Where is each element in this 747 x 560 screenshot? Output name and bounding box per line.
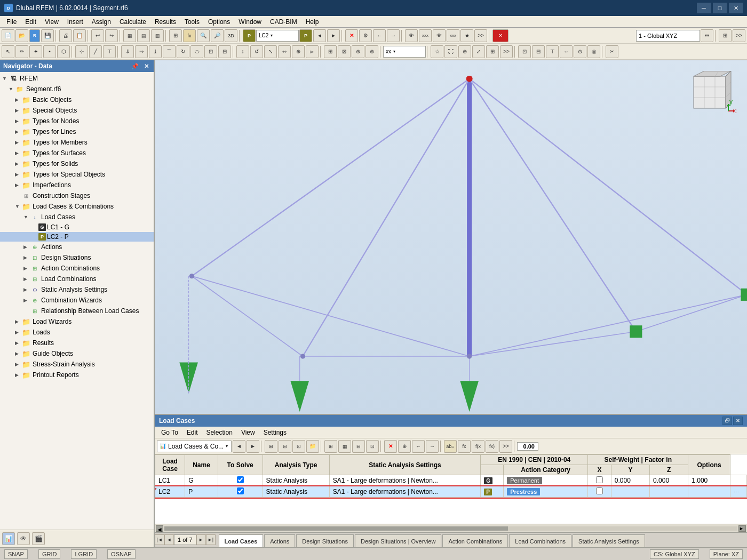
panel-tb-left2[interactable]: ← bbox=[412, 440, 425, 453]
panel-tb-fx[interactable]: ab= bbox=[444, 440, 457, 453]
tb-zoom[interactable]: 🔍 bbox=[197, 29, 210, 42]
panel-tb1[interactable]: ⊞ bbox=[265, 440, 277, 453]
menu-edit[interactable]: Edit bbox=[21, 17, 41, 27]
lc1-sw-checkbox[interactable] bbox=[596, 476, 603, 483]
tree-item-static-analysis[interactable]: ▶ ⚙ Static Analysis Settings bbox=[0, 284, 154, 295]
menu-options[interactable]: Options bbox=[204, 17, 234, 27]
tab-static-settings[interactable]: Static Analysis Settings bbox=[573, 534, 645, 547]
tab-design-sit-overview[interactable]: Design Situations | Overview bbox=[355, 534, 441, 547]
toolbar-coord-dropdown[interactable]: 1 - Global XYZ bbox=[636, 30, 700, 42]
tb-table2[interactable]: ▤ bbox=[137, 29, 150, 42]
tree-item-basic-objects[interactable]: ▶ 📁 Basic Objects bbox=[0, 94, 154, 105]
tb-tables[interactable]: ▦ bbox=[123, 29, 136, 42]
tb2-load2[interactable]: ⇒ bbox=[135, 45, 148, 58]
tb2-snap11[interactable]: ◎ bbox=[587, 45, 600, 58]
tb2-snap8[interactable]: ⤢ bbox=[472, 45, 485, 58]
tb2-snap4[interactable]: ⊠ bbox=[338, 45, 351, 58]
tb-zoom2[interactable]: 🔎 bbox=[211, 29, 224, 42]
menu-results[interactable]: Results bbox=[150, 17, 180, 27]
tree-item-load-combinations-root[interactable]: ▼ 📁 Load Cases & Combinations bbox=[0, 201, 154, 212]
tb-new[interactable]: 📄 bbox=[2, 29, 14, 42]
tree-item-rfem[interactable]: ▼ 🏗 RFEM bbox=[0, 73, 154, 84]
tb2-dimen[interactable]: ↔ bbox=[560, 45, 573, 58]
tree-item-results[interactable]: ▶ 📁 Results bbox=[0, 338, 154, 348]
tb-eye2[interactable]: 👁 bbox=[433, 29, 446, 42]
status-lgrid[interactable]: LGRID bbox=[71, 549, 97, 559]
lc2-cell-sw[interactable] bbox=[588, 486, 611, 498]
panel-tb6[interactable]: ▦ bbox=[338, 440, 351, 453]
tree-item-lc1[interactable]: ▶ G LC1 - G bbox=[0, 222, 154, 232]
tb2-snap5[interactable]: ⊛ bbox=[352, 45, 364, 58]
tree-item-load-cases[interactable]: ▼ ↓ Load Cases bbox=[0, 212, 154, 222]
tree-item-types-nodes[interactable]: ▶ 📁 Types for Nodes bbox=[0, 116, 154, 126]
tab-load-cases[interactable]: Load Cases bbox=[219, 534, 264, 547]
panel-nav-right[interactable]: ► bbox=[247, 440, 259, 453]
panel-tb-x[interactable]: ✕ bbox=[384, 440, 397, 453]
tree-item-printout[interactable]: ▶ 📁 Printout Reports bbox=[0, 370, 154, 380]
panel-tb3[interactable]: ⊡ bbox=[292, 440, 305, 453]
tree-item-load-comb[interactable]: ▶ ⊟ Load Combinations bbox=[0, 274, 154, 284]
tb-tools2[interactable]: ⚙ bbox=[359, 29, 372, 42]
tree-item-construction[interactable]: ▶ ⊞ Construction Stages bbox=[0, 190, 154, 201]
tab-action-combinations[interactable]: Action Combinations bbox=[442, 534, 508, 547]
tb-more2[interactable]: >> bbox=[733, 29, 745, 42]
close-button[interactable]: ✕ bbox=[729, 3, 743, 13]
tb-lc-dropdown[interactable]: LC2 ▾ bbox=[256, 30, 299, 42]
tb-star[interactable]: ★ bbox=[460, 29, 473, 42]
panel-menu-view[interactable]: View bbox=[237, 428, 259, 437]
tb2-copy[interactable]: ⊕ bbox=[292, 45, 305, 58]
tb2-more[interactable]: ▻ bbox=[306, 45, 319, 58]
tb-grid[interactable]: ⊞ bbox=[169, 29, 182, 42]
tree-item-lc2[interactable]: ▶ P LC2 - P bbox=[0, 232, 154, 242]
tree-item-project[interactable]: ▼ 📁 Segment.rf6 bbox=[0, 84, 154, 94]
tree-item-actions[interactable]: ▶ ⊕ Actions bbox=[0, 242, 154, 252]
tree-item-action-comb[interactable]: ▶ ⊞ Action Combinations bbox=[0, 263, 154, 274]
tree-item-rel-lc[interactable]: ▶ ⊞ Relationship Between Load Cases bbox=[0, 306, 154, 316]
tab-actions[interactable]: Actions bbox=[264, 534, 295, 547]
panel-tb-formula[interactable]: fx bbox=[458, 440, 471, 453]
tree-item-types-lines[interactable]: ▶ 📁 Types for Lines bbox=[0, 126, 154, 137]
panel-tb4[interactable]: 📁 bbox=[306, 440, 319, 453]
tb-eye[interactable]: 👁 bbox=[405, 29, 418, 42]
tb-printprev[interactable]: 📋 bbox=[73, 29, 86, 42]
tb2-shape[interactable]: ⬡ bbox=[57, 45, 70, 58]
tb-print[interactable]: 🖨 bbox=[59, 29, 72, 42]
tb2-node2[interactable]: ☆ bbox=[431, 45, 443, 58]
menu-insert[interactable]: Insert bbox=[63, 17, 88, 27]
minimize-button[interactable]: ─ bbox=[697, 3, 711, 13]
tb-close-red[interactable]: ✕ bbox=[492, 29, 508, 42]
tb-rfem[interactable]: R bbox=[29, 29, 40, 42]
viewport[interactable]: x y bbox=[155, 60, 747, 414]
tree-item-guide[interactable]: ▶ 📁 Guide Objects bbox=[0, 348, 154, 359]
tb2-xx-dropdown[interactable]: xx ▾ bbox=[383, 46, 426, 58]
tree-item-types-members[interactable]: ▶ 📁 Types for Members bbox=[0, 137, 154, 148]
tb2-snap3[interactable]: ⊞ bbox=[324, 45, 337, 58]
panel-tb7[interactable]: ⊟ bbox=[352, 440, 365, 453]
tb-lc-badge2[interactable]: P bbox=[299, 29, 312, 42]
panel-tb-import[interactable]: ⊕ bbox=[398, 440, 411, 453]
tree-item-special-objects[interactable]: ▶ 📁 Special Objects bbox=[0, 105, 154, 116]
tree-item-types-special[interactable]: ▶ 📁 Types for Special Objects bbox=[0, 169, 154, 180]
tb2-ruler[interactable]: ⊟ bbox=[532, 45, 545, 58]
tb2-snap7[interactable]: ⊕ bbox=[458, 45, 471, 58]
tb-grid2[interactable]: ⊞ bbox=[719, 29, 732, 42]
tb-x[interactable]: ✕ bbox=[345, 29, 358, 42]
tb-undo[interactable]: ↩ bbox=[91, 29, 104, 42]
tb-open[interactable]: 📂 bbox=[15, 29, 28, 42]
page-first[interactable]: |◄ bbox=[155, 534, 164, 545]
maximize-button[interactable]: □ bbox=[713, 3, 727, 13]
tb2-panel[interactable]: ⊡ bbox=[518, 45, 531, 58]
status-snap[interactable]: SNAP bbox=[4, 549, 28, 559]
tb2-pencil[interactable]: ✏ bbox=[15, 45, 28, 58]
tb-redo[interactable]: ↪ bbox=[105, 29, 118, 42]
tb-coord-more[interactable]: ▾▾ bbox=[701, 29, 713, 42]
tb2-load6[interactable]: ⬭ bbox=[190, 45, 203, 58]
tab-design-situations[interactable]: Design Situations bbox=[296, 534, 354, 547]
tree-item-imperfections[interactable]: ▶ 📁 Imperfections bbox=[0, 180, 154, 190]
nav-view-btn[interactable]: 👁 bbox=[17, 532, 30, 545]
page-last[interactable]: ►| bbox=[206, 534, 216, 545]
tb2-load4[interactable]: ⌒ bbox=[163, 45, 176, 58]
lc2-cell-tosolve[interactable] bbox=[218, 486, 263, 498]
panel-nav-left[interactable]: ◄ bbox=[233, 440, 245, 453]
panel-tb8[interactable]: ⊡ bbox=[366, 440, 379, 453]
